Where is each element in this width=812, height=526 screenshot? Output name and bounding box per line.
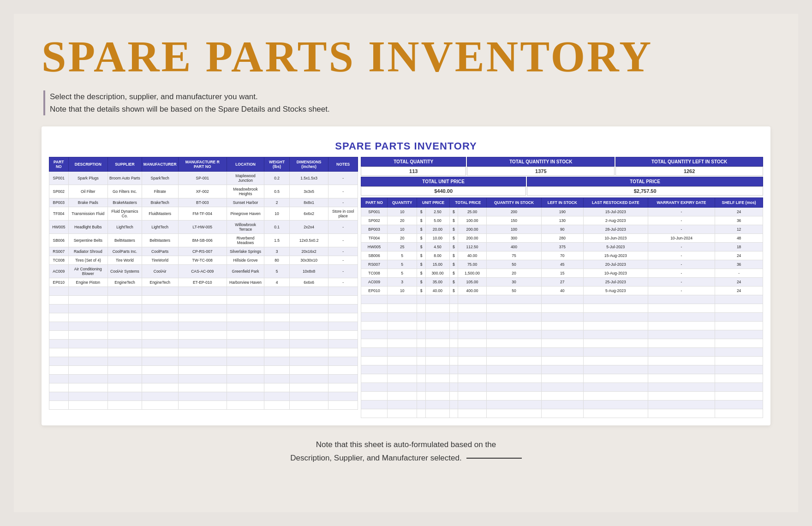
total-qty-left-value: 1262 bbox=[615, 167, 763, 176]
right-table-cell: 105.00 bbox=[458, 278, 487, 287]
left-col-notes: NOTES bbox=[328, 157, 358, 171]
left-col-description: DESCRIPTION bbox=[68, 157, 107, 171]
left-table-cell: 6x6x2 bbox=[289, 207, 328, 221]
right-col-unit-price: UNIT PRICE bbox=[417, 197, 449, 207]
inner-table-title: SPARE PARTS INVENTORY bbox=[49, 134, 763, 157]
right-table-cell: 18 bbox=[715, 243, 763, 251]
right-table-empty-row bbox=[361, 339, 763, 348]
right-table-cell: $ bbox=[417, 225, 425, 234]
left-table-empty-row bbox=[49, 348, 358, 357]
right-table-cell: $ bbox=[449, 225, 458, 234]
right-table-cell: SP002 bbox=[361, 216, 388, 225]
left-table-empty-row bbox=[49, 366, 358, 375]
total-qty-in-stock-label: TOTAL QUANTITY IN STOCK bbox=[467, 157, 615, 167]
right-table-cell: 10-Jun-2024 bbox=[648, 234, 715, 243]
right-table-empty-row bbox=[361, 322, 763, 330]
subtitle-line-1: Select the description, supplier, and ma… bbox=[50, 90, 330, 103]
left-table-cell: Engine Piston bbox=[68, 278, 107, 287]
right-table-cell: 15 bbox=[541, 269, 583, 278]
right-table-cell: 200.00 bbox=[458, 225, 487, 234]
left-table-row: EP010Engine PistonEngineTechEngineTechET… bbox=[49, 278, 358, 287]
left-table-cell: 0.5 bbox=[264, 185, 290, 198]
right-table-cell: 10 bbox=[388, 225, 417, 234]
right-table-cell: 4.50 bbox=[425, 243, 449, 251]
left-col-supplier: SUPPLIER bbox=[108, 157, 142, 171]
left-table-empty-row bbox=[49, 313, 358, 322]
left-table-cell: BT-003 bbox=[178, 198, 227, 207]
right-table-cell: 40 bbox=[541, 287, 583, 295]
right-table-row: SP00220$5.00$100.001501302-Aug-2023-36 bbox=[361, 216, 763, 225]
right-table-cell: 8.00 bbox=[425, 251, 449, 260]
right-table-cell: 300 bbox=[487, 234, 542, 243]
right-table-cell: 10-Aug-2023 bbox=[583, 269, 648, 278]
summary-unit-price-box: TOTAL UNIT PRICE $440.00 bbox=[361, 177, 526, 196]
right-table: PART NO QUANTITY UNIT PRICE TOTAL PRICE … bbox=[361, 197, 763, 418]
right-table-empty-row bbox=[361, 383, 763, 392]
summary-total-price-box: TOTAL PRICE $2,757.50 bbox=[527, 177, 763, 196]
right-table-cell: - bbox=[648, 225, 715, 234]
right-table-cell: 25 bbox=[388, 243, 417, 251]
left-table-section: PART NO DESCRIPTION SUPPLIER MANUFACTURE… bbox=[49, 157, 358, 410]
left-table-cell: 0.1 bbox=[264, 221, 290, 234]
left-table-cell: TC008 bbox=[49, 256, 69, 265]
right-table-row: EP01010$40.00$400.0050405-Aug-2023-24 bbox=[361, 287, 763, 295]
right-table-cell: - bbox=[648, 269, 715, 278]
left-table-cell: CP-RS-007 bbox=[178, 247, 227, 256]
right-table-cell: 150 bbox=[487, 216, 542, 225]
left-table-empty-row bbox=[49, 392, 358, 401]
right-table-cell: - bbox=[648, 260, 715, 269]
right-table-cell: 12 bbox=[715, 225, 763, 234]
right-table-cell: 100.00 bbox=[458, 216, 487, 225]
right-table-cell: 15.00 bbox=[425, 260, 449, 269]
right-table-cell: 5 bbox=[388, 251, 417, 260]
right-table-cell: $ bbox=[417, 278, 425, 287]
right-table-row: HW00525$4.50$112.504003755-Jul-2023-18 bbox=[361, 243, 763, 251]
left-table-cell: - bbox=[328, 185, 358, 198]
right-col-last-restocked: LAST RESTOCKED DATE bbox=[583, 197, 648, 207]
footer-line-1: Note that this sheet is auto-formulated … bbox=[42, 438, 770, 452]
right-table-cell: 1,500.00 bbox=[458, 269, 487, 278]
right-table-cell: 400.00 bbox=[458, 287, 487, 295]
left-table-cell: TireWorld bbox=[142, 256, 178, 265]
left-col-mfr-partno: MANUFACTURE R PART NO bbox=[178, 157, 227, 171]
left-table-cell: ET-EP-010 bbox=[178, 278, 227, 287]
left-table-cell: LT-HW-005 bbox=[178, 221, 227, 234]
left-table-cell: - bbox=[328, 278, 358, 287]
right-table-row: BP00310$20.00$200.001009028-Jul-2023-12 bbox=[361, 225, 763, 234]
left-table-cell: 30x30x10 bbox=[289, 256, 328, 265]
summary-total-qty-left-box: TOTAL QUANTITY LEFT IN STOCK 1262 bbox=[615, 157, 763, 176]
right-table-cell: 10 bbox=[388, 287, 417, 295]
right-table-cell: 28-Jul-2023 bbox=[583, 225, 648, 234]
right-table-cell: 5-Aug-2023 bbox=[583, 287, 648, 295]
left-table-cell: 8x8x1 bbox=[289, 198, 328, 207]
total-price-label: TOTAL PRICE bbox=[527, 177, 763, 186]
left-table-cell: 80 bbox=[264, 256, 290, 265]
left-table-row: HW005Headlight BulbsLightTechLightTechLT… bbox=[49, 221, 358, 234]
left-table-cell: 20x16x2 bbox=[289, 247, 328, 256]
right-table-cell: 40.00 bbox=[458, 251, 487, 260]
right-table-cell: 36 bbox=[715, 216, 763, 225]
right-table-cell: - bbox=[648, 287, 715, 295]
footer-line-2-text: Description, Supplier, and Manufacturer … bbox=[290, 452, 461, 465]
right-table-cell: 112.50 bbox=[458, 243, 487, 251]
left-table-cell: BP003 bbox=[49, 198, 69, 207]
total-unit-price-label: TOTAL UNIT PRICE bbox=[361, 177, 526, 186]
right-table-empty-row bbox=[361, 348, 763, 357]
left-table-cell: Greenfield Park bbox=[227, 265, 264, 278]
right-table-cell: 400 bbox=[487, 243, 542, 251]
right-table-cell: $ bbox=[417, 260, 425, 269]
right-table-cell: AC009 bbox=[361, 278, 388, 287]
right-table-section: TOTAL QUANTITY 113 TOTAL QUANTITY IN STO… bbox=[361, 157, 763, 418]
right-table-cell: 36 bbox=[715, 260, 763, 269]
left-col-dimensions: DIMENSIONS (inches) bbox=[289, 157, 328, 171]
left-table-cell: 3x3x5 bbox=[289, 185, 328, 198]
left-table-row: SP001Spark PlugsBroom Auto PartsSparkTec… bbox=[49, 172, 358, 185]
right-table-empty-row bbox=[361, 330, 763, 339]
left-table-empty-row bbox=[49, 375, 358, 383]
right-table-cell: 20 bbox=[388, 216, 417, 225]
right-table-cell: 5-Jul-2023 bbox=[583, 243, 648, 251]
right-table-cell: $ bbox=[417, 269, 425, 278]
left-table-empty-row bbox=[49, 287, 358, 296]
left-table-empty-row bbox=[49, 340, 358, 348]
left-table-empty-row bbox=[49, 305, 358, 313]
